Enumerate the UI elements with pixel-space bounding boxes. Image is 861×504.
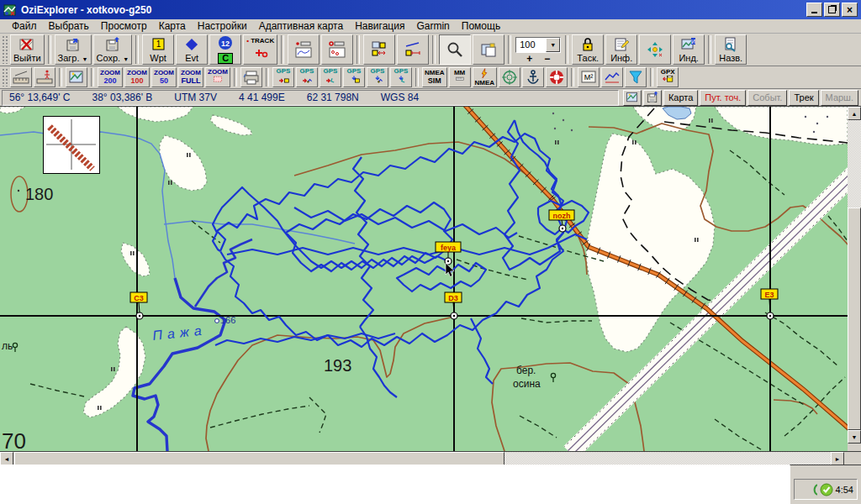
zoom-tool-button[interactable] [439, 34, 471, 65]
zoom-window-button[interactable]: ZOOM [205, 67, 230, 87]
zoom-100-button-icon: ZOOM100 [127, 70, 147, 85]
gps-get-track-button[interactable]: GPS [367, 67, 388, 87]
show-waypoints-button[interactable] [321, 34, 353, 65]
waypoint-button[interactable]: 1Wpt [142, 34, 174, 65]
moving-map-button[interactable]: MM [449, 67, 471, 87]
hscroll-track[interactable] [504, 452, 831, 465]
area-button[interactable]: M² [578, 67, 600, 87]
area-button-icon: M² [580, 69, 597, 86]
filter-button[interactable] [625, 67, 647, 87]
marsh-dot [554, 128, 556, 129]
show-track-button[interactable] [288, 34, 320, 65]
distance-button[interactable] [10, 67, 32, 87]
position-button[interactable] [499, 67, 520, 87]
map-overview-inset[interactable] [43, 116, 100, 174]
tab-map[interactable]: Карта [663, 90, 698, 106]
index-button[interactable]: ИИнд. [673, 34, 705, 65]
restore-button[interactable] [824, 3, 840, 17]
menu-item-navigation[interactable]: Навигация [355, 20, 404, 32]
zoom-level-field[interactable]: 100▼ [515, 37, 561, 53]
toolbar-separator [508, 35, 511, 64]
nmea-button[interactable]: NMEA [473, 67, 498, 87]
chevron-down-icon[interactable]: ▼ [546, 38, 560, 52]
print-button[interactable] [240, 67, 262, 87]
zoom-full-button[interactable]: ZOOMFULL [178, 67, 203, 87]
menu-item-garmin[interactable]: Garmin [416, 20, 449, 32]
taskbar-clock[interactable]: 4:54 [836, 485, 853, 495]
system-tray[interactable]: 4:54 [794, 479, 858, 500]
tab-track[interactable]: Трек [789, 90, 818, 106]
toolbar-separator [415, 68, 419, 87]
scroll-up-button[interactable]: ▲ [848, 107, 861, 120]
map-view-button[interactable] [473, 34, 504, 65]
task-button[interactable]: Таск. [572, 34, 604, 65]
zoom-out-button[interactable]: − [544, 55, 550, 63]
map-area[interactable]: C3D3E3feyanozh18019370166Пажабер.осиналь… [0, 107, 861, 451]
save-button[interactable]: Сохр. ▼ [93, 34, 133, 65]
title-bar[interactable]: OziExplorer - xotkovo-g250 × [0, 0, 861, 19]
gps-send-waypoints-button[interactable]: GPS [272, 67, 294, 87]
event-button-icon [183, 36, 200, 53]
antivirus-check-icon[interactable] [820, 483, 833, 496]
zoom-in-button[interactable]: + [526, 55, 532, 63]
menu-item-help[interactable]: Помощь [462, 20, 500, 32]
profile-button[interactable] [601, 67, 623, 87]
toolbar-grip[interactable] [2, 68, 8, 87]
nmea-sim-button[interactable]: NMEASIM [422, 67, 447, 87]
vscroll-track[interactable] [848, 120, 861, 207]
mob-button[interactable] [546, 67, 568, 87]
tray-partial-icon[interactable] [809, 483, 817, 496]
exit-button[interactable]: Выйти [10, 34, 45, 65]
minimize-icon [811, 7, 817, 13]
tab-waypoints[interactable]: Пут. точ. [700, 90, 746, 106]
scroll-left-button[interactable]: ◄ [0, 452, 13, 465]
gps-send-waypoints-button-icon: GPS [275, 68, 292, 87]
marsh-dot [563, 119, 564, 121]
gps-send-track-button[interactable]: GPS [296, 67, 318, 87]
menu-item-view[interactable]: Просмотр [101, 20, 147, 32]
scroll-right-button[interactable]: ► [831, 452, 844, 465]
gps-get-route-button[interactable]: GPS [390, 67, 412, 87]
comment-button[interactable]: 12C [209, 34, 241, 65]
vertical-scrollbar[interactable]: ▲ ▼ [848, 107, 861, 451]
meadow-mark [635, 140, 637, 144]
gps-get-waypoints-button[interactable]: GPS [343, 67, 365, 87]
waypoint-names-button[interactable] [363, 34, 395, 65]
close-button[interactable]: × [842, 3, 858, 17]
hscroll-thumb[interactable] [14, 452, 504, 465]
gpx-button[interactable]: GPX [657, 67, 679, 87]
map-canvas[interactable]: C3D3E3feyanozh18019370166Пажабер.осиналь [0, 107, 848, 451]
meadow-mark [695, 238, 696, 242]
measure-button[interactable] [34, 67, 55, 87]
toolbar-separator [234, 68, 237, 87]
save-position-button[interactable] [643, 90, 662, 106]
zoom-50-button[interactable]: ZOOM50 [151, 67, 177, 87]
zoom-200-button[interactable]: ZOOM200 [98, 67, 123, 87]
menu-item-file[interactable]: Файл [12, 20, 37, 32]
names-search-button[interactable]: Назв. [715, 34, 747, 65]
horizontal-scrollbar[interactable]: ◄ ► [0, 451, 861, 465]
event-button[interactable]: Evt [176, 34, 208, 65]
toolbar-separator [91, 68, 94, 87]
track-line-button[interactable] [397, 34, 429, 65]
zoom-100-button[interactable]: ZOOM100 [124, 67, 150, 87]
scroll-down-button[interactable]: ▼ [848, 430, 861, 444]
track-button[interactable]: • TRACK [243, 34, 277, 65]
minimize-button[interactable] [806, 3, 822, 17]
vscroll-thumb[interactable] [848, 207, 861, 430]
menu-item-map[interactable]: Карта [159, 20, 186, 32]
load-button[interactable]: Загр. ▼ [55, 34, 92, 65]
zoom-tool-button-icon [444, 41, 466, 58]
info-button[interactable]: Инф. [605, 34, 637, 65]
map-image-button[interactable] [623, 90, 642, 106]
menu-item-settings[interactable]: Настройки [198, 20, 247, 32]
image-button[interactable] [66, 67, 87, 87]
marsh-dot [816, 123, 818, 124]
menu-item-select[interactable]: Выбрать [49, 20, 89, 32]
toolbar-grip[interactable] [2, 35, 8, 64]
anchor-alarm-button[interactable] [522, 67, 544, 87]
gps-send-route-button[interactable]: GPS [320, 67, 341, 87]
menu-item-adaptive-map[interactable]: Адаптивная карта [259, 20, 344, 32]
meadow-mark [557, 140, 559, 144]
pan-button[interactable] [639, 34, 671, 65]
